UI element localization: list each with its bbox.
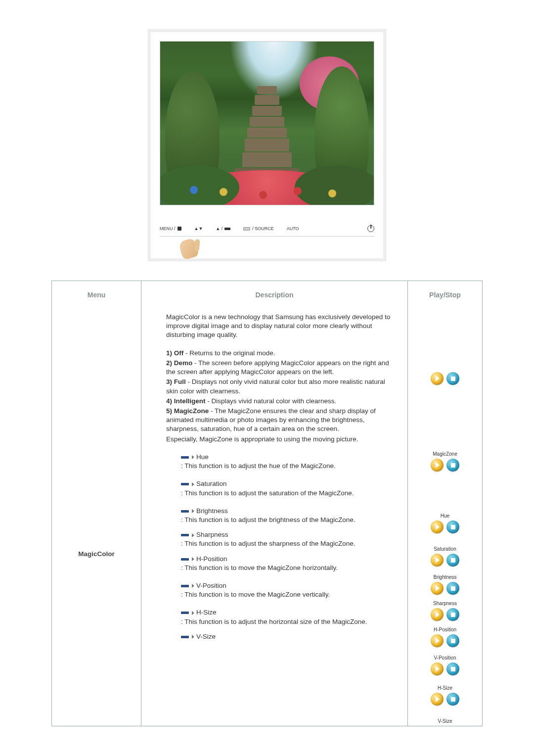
stop-button[interactable]: [446, 520, 459, 533]
bullet-icon: [181, 611, 194, 615]
bullet-icon: [181, 455, 194, 459]
intro-text: MagicColor is a new technology that Sams…: [166, 313, 397, 340]
hand-icon: [178, 237, 200, 260]
header-play: Play/Stop: [408, 281, 483, 313]
stop-button[interactable]: [446, 634, 459, 647]
playstop-main: [431, 313, 459, 385]
play-button[interactable]: [431, 554, 444, 567]
mode-magiczone-extra: Especially, MagicZone is appropriate to …: [166, 435, 397, 444]
play-button[interactable]: [431, 459, 444, 472]
sub-saturation: Saturation : This function is to adjust …: [181, 479, 397, 497]
sub-vsize: V-Size: [181, 632, 397, 641]
play-button[interactable]: [431, 634, 444, 647]
monitor-illustration: MENU / ▲▼ ▲ / / SOURCE AUTO: [0, 30, 534, 261]
stop-button[interactable]: [446, 372, 459, 385]
source-button-label: / SOURCE: [252, 226, 274, 231]
playstop-hue: Hue: [431, 513, 459, 533]
play-button[interactable]: [431, 582, 444, 595]
play-button[interactable]: [431, 372, 444, 385]
playstop-saturation: Saturation: [431, 546, 459, 567]
play-button[interactable]: [431, 662, 444, 675]
playstop-sharpness: Sharpness: [431, 601, 459, 621]
auto-button-label: AUTO: [287, 226, 299, 231]
stop-button[interactable]: [446, 554, 459, 567]
stop-button[interactable]: [446, 662, 459, 675]
sub-sharpness: Sharpness : This function is to adjust t…: [181, 530, 397, 548]
monitor-button-row: MENU / ▲▼ ▲ / / SOURCE AUTO: [160, 225, 374, 232]
mode-full: 3) Full - Displays not only vivid natura…: [166, 378, 397, 395]
row-menu-label: MagicColor: [52, 313, 141, 558]
stop-button[interactable]: [446, 582, 459, 595]
bullet-icon: [181, 584, 194, 588]
playstop-hsize: H-Size: [431, 685, 459, 706]
sub-hue: Hue : This function is to adjust the hue…: [181, 453, 397, 471]
playstop-vsize: V-Size: [438, 718, 452, 726]
bullet-icon: [181, 533, 194, 537]
mode-off: 1) Off - Returns to the original mode.: [166, 349, 397, 358]
sub-hsize: H-Size : This function is to adjust the …: [181, 608, 397, 626]
header-description: Description: [141, 281, 408, 313]
stop-button[interactable]: [446, 693, 459, 706]
bullet-icon: [181, 509, 194, 513]
mode-demo: 2) Demo - The screen before applying Mag…: [166, 359, 397, 377]
monitor-screen: [160, 41, 374, 205]
header-menu: Menu: [52, 281, 141, 313]
play-button[interactable]: [431, 608, 444, 621]
bullet-icon: [181, 482, 194, 486]
playstop-magiczone: MagicZone: [431, 398, 459, 472]
playstop-vposition: V-Position: [431, 655, 459, 675]
play-button[interactable]: [431, 693, 444, 706]
stop-button[interactable]: [446, 608, 459, 621]
mode-intelligent: 4) Intelligent - Displays vivid natural …: [166, 397, 397, 406]
menu-button-label: MENU /: [160, 226, 176, 231]
bullet-icon: [181, 635, 194, 639]
power-icon: [367, 225, 374, 232]
sub-vposition: V-Position : This function is to move th…: [181, 581, 397, 599]
mode-magiczone: 5) MagicZone - The MagicZone ensures the…: [166, 407, 397, 434]
sub-hposition: H-Position : This function is to move th…: [181, 555, 397, 572]
sub-brightness: Brightness : This function is to adjust …: [181, 507, 397, 524]
playstop-hposition: H-Position: [431, 627, 459, 647]
play-button[interactable]: [431, 520, 444, 533]
stop-button[interactable]: [446, 459, 459, 472]
playstop-brightness: Brightness: [431, 574, 459, 595]
bullet-icon: [181, 557, 194, 561]
feature-table: Menu Description Play/Stop MagicColor Ma…: [52, 281, 482, 726]
